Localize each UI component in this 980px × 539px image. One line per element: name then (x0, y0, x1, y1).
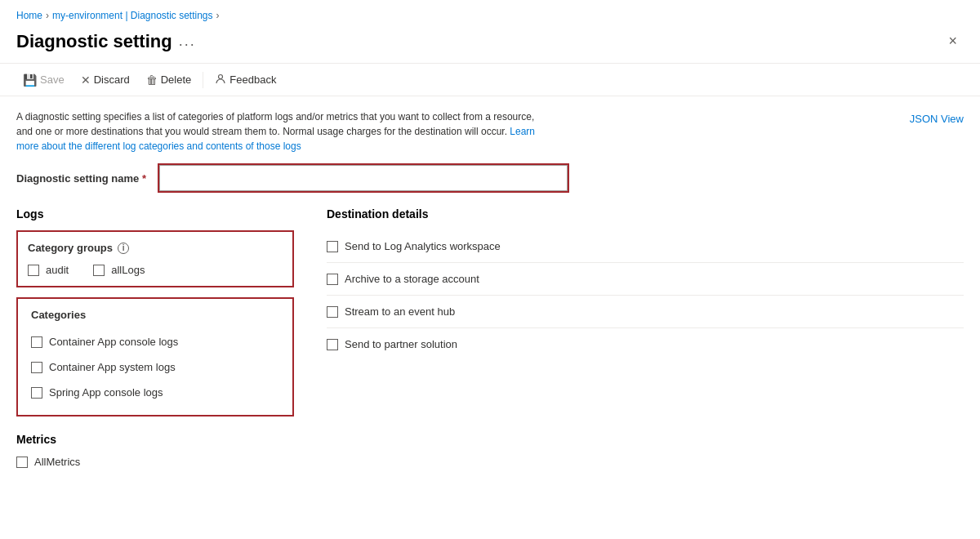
setting-name-row: Diagnostic setting name * (16, 165, 964, 191)
category-groups-box: Category groups i audit allLogs (16, 230, 294, 287)
list-item: Send to partner solution (327, 328, 964, 360)
alllogs-label: allLogs (111, 264, 145, 276)
destination-checkbox-1[interactable] (327, 274, 338, 285)
setting-name-text: Diagnostic setting name (16, 172, 139, 185)
audit-label: audit (46, 264, 69, 276)
main-content: A diagnostic setting specifies a list of… (0, 96, 980, 481)
save-icon: 💾 (23, 74, 37, 87)
destination-checkbox-2[interactable] (327, 306, 338, 318)
svg-point-0 (219, 75, 223, 79)
required-star: * (142, 172, 146, 185)
category-groups-checkboxes: audit allLogs (28, 264, 283, 276)
allmetrics-checkbox[interactable] (16, 457, 28, 468)
audit-checkbox-item: audit (28, 264, 69, 276)
alllogs-checkbox-item: allLogs (93, 264, 145, 276)
logs-column: Logs Category groups i audit allLogs (16, 207, 294, 416)
destination-section-title: Destination details (327, 207, 964, 220)
log-categories-link[interactable]: more about the different log categories … (16, 140, 301, 152)
breadcrumb-home[interactable]: Home (16, 10, 42, 21)
title-more-options[interactable]: ... (179, 33, 196, 50)
allmetrics-label: AllMetrics (34, 456, 80, 468)
breadcrumb-environment[interactable]: my-environment | Diagnostic settings (52, 10, 213, 21)
destination-label-1: Archive to a storage account (345, 273, 479, 285)
close-button[interactable]: × (942, 29, 964, 53)
destination-label-2: Stream to an event hub (345, 305, 455, 318)
title-row: Diagnostic setting ... × (0, 26, 980, 63)
metrics-section-title: Metrics (16, 433, 964, 446)
delete-icon: 🗑 (146, 74, 158, 87)
setting-name-label: Diagnostic setting name * (16, 172, 146, 185)
metrics-section: Metrics AllMetrics (16, 433, 964, 468)
breadcrumb-sep1: › (46, 10, 49, 21)
discard-button[interactable]: ✕ Discard (74, 69, 136, 91)
destination-checkbox-0[interactable] (327, 241, 338, 252)
alllogs-checkbox[interactable] (93, 265, 105, 276)
list-item: Archive to a storage account (327, 263, 964, 296)
categories-title: Categories (31, 309, 279, 321)
discard-label: Discard (94, 74, 130, 86)
category-groups-header: Category groups i (28, 242, 283, 254)
list-item: Container App system logs (31, 354, 279, 380)
toolbar-divider (203, 72, 203, 88)
description: A diagnostic setting specifies a list of… (16, 109, 637, 154)
list-item: Container App console logs (31, 329, 279, 354)
feedback-icon (215, 73, 226, 87)
page-title: Diagnostic setting (16, 31, 172, 52)
discard-icon: ✕ (81, 74, 91, 87)
logs-section-title: Logs (16, 207, 294, 220)
category-checkbox-0[interactable] (31, 336, 42, 348)
save-label: Save (40, 74, 65, 86)
list-item: Stream to an event hub (327, 296, 964, 328)
category-groups-info-icon[interactable]: i (118, 243, 129, 254)
audit-checkbox[interactable] (28, 265, 39, 276)
allmetrics-row: AllMetrics (16, 456, 964, 468)
list-item: Send to Log Analytics workspace (327, 230, 964, 263)
category-label-1: Container App system logs (49, 361, 176, 373)
feedback-button[interactable]: Feedback (208, 69, 283, 91)
save-button[interactable]: 💾 Save (16, 69, 71, 91)
categories-box: Categories Container App console logs Co… (16, 297, 294, 416)
category-label-2: Spring App console logs (49, 386, 163, 399)
breadcrumb-sep2: › (216, 10, 220, 21)
two-col-layout: Logs Category groups i audit allLogs (16, 207, 964, 416)
category-groups-title: Category groups (28, 242, 113, 254)
category-checkbox-1[interactable] (31, 362, 42, 373)
destination-label-0: Send to Log Analytics workspace (345, 240, 501, 252)
feedback-label: Feedback (229, 74, 276, 86)
learn-more-link[interactable]: Learn (510, 126, 535, 137)
destination-checkbox-3[interactable] (327, 339, 338, 350)
breadcrumb: Home › my-environment | Diagnostic setti… (0, 0, 980, 26)
toolbar: 💾 Save ✕ Discard 🗑 Delete Feedback (0, 63, 980, 96)
description-text2: and one or more destinations that you wo… (16, 126, 507, 137)
setting-name-input[interactable] (159, 165, 568, 191)
destination-label-3: Send to partner solution (345, 338, 457, 350)
delete-button[interactable]: 🗑 Delete (140, 69, 198, 91)
category-checkbox-2[interactable] (31, 387, 42, 399)
category-label-0: Container App console logs (49, 336, 178, 348)
list-item: Spring App console logs (31, 380, 279, 405)
json-view-link[interactable]: JSON View (910, 113, 964, 125)
delete-label: Delete (161, 74, 192, 86)
description-text1: A diagnostic setting specifies a list of… (16, 111, 534, 122)
destination-column: Destination details Send to Log Analytic… (327, 207, 964, 416)
